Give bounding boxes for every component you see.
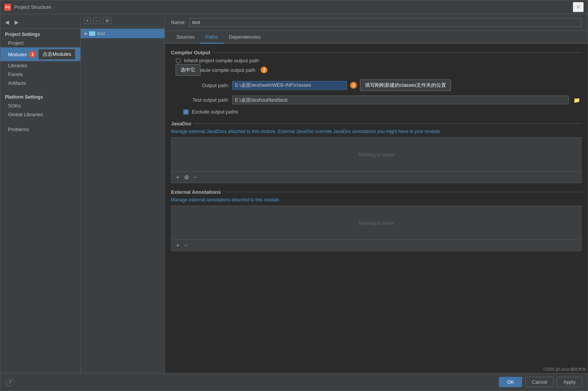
module-list-panel: + − ⊕ ▶ test <box>81 14 165 373</box>
sidebar-nav-bar: ◀ ▶ <box>0 16 80 29</box>
test-output-path-row: Test output path: 📁 <box>171 96 581 104</box>
exclude-checkbox-row[interactable]: ✓ Exclude output paths <box>171 109 581 115</box>
radio-group: Inherit project compile output path Use … <box>171 58 581 73</box>
folder-icon <box>89 31 95 36</box>
copy-module-button[interactable]: ⊕ <box>103 17 111 24</box>
back-button[interactable]: ◀ <box>3 18 11 26</box>
ext-annotations-add-button[interactable]: + <box>174 242 181 249</box>
project-structure-dialog: PS Project Structure ✕ ◀ ▶ Project Setti… <box>0 0 588 391</box>
remove-module-button[interactable]: − <box>93 17 101 24</box>
tab-dependencies[interactable]: Dependencies <box>223 31 266 44</box>
project-settings-label: Project Settings <box>0 29 80 39</box>
step3-tooltip: 填写刚刚新建的classes文件夹的位置 <box>360 79 451 91</box>
step2-badge: 2 <box>261 67 267 73</box>
action-buttons: OK Cancel Apply <box>499 377 582 387</box>
apply-button[interactable]: Apply <box>557 377 582 387</box>
test-output-path-label: Test output path: <box>183 97 229 103</box>
javadoc-add-from-button[interactable]: ⊕ <box>182 173 191 181</box>
module-tree: ▶ test <box>81 27 165 373</box>
step2-tooltip: 选中它 <box>176 64 200 76</box>
name-label: Name: <box>171 19 186 25</box>
radio-circle-inherit <box>176 58 181 63</box>
app-icon: PS <box>4 4 11 11</box>
exclude-checkbox[interactable]: ✓ <box>183 109 189 115</box>
tab-sources[interactable]: Sources <box>171 31 200 44</box>
ext-annotations-info: Manage external annotations attached to … <box>171 197 581 203</box>
javadoc-add-button[interactable]: + <box>174 174 181 181</box>
name-input[interactable] <box>189 18 581 27</box>
javadoc-remove-button[interactable]: − <box>192 174 199 181</box>
sidebar-item-project[interactable]: Project <box>0 39 80 47</box>
module-toolbar: + − ⊕ <box>81 14 165 27</box>
help-button[interactable]: ? <box>6 378 14 386</box>
output-path-row: Output path: 3 填写刚刚新建的classes文件夹的位置 <box>171 79 581 91</box>
ok-button[interactable]: OK <box>499 377 522 387</box>
test-output-browse-button[interactable]: 📁 <box>572 96 581 104</box>
test-output-path-input[interactable] <box>232 96 569 104</box>
output-path-input[interactable] <box>232 81 347 90</box>
detail-panel: Name: Sources Paths Dependencies C <box>165 14 588 373</box>
radio-inherit[interactable]: Inherit project compile output path <box>176 58 581 63</box>
module-tree-item-test[interactable]: ▶ test <box>81 29 165 38</box>
sidebar-item-libraries[interactable]: Libraries <box>0 61 80 70</box>
ext-annotations-section: External Annotations Manage external ann… <box>171 189 581 251</box>
sidebar: ◀ ▶ Project Settings Project Modules 1 点… <box>0 14 81 373</box>
tab-paths[interactable]: Paths <box>200 31 223 44</box>
javadoc-header: JavaDoc <box>171 121 581 127</box>
forward-button[interactable]: ▶ <box>13 18 20 26</box>
dialog-title: Project Structure <box>14 4 573 10</box>
add-module-button[interactable]: + <box>84 17 91 24</box>
sidebar-item-modules[interactable]: Modules 1 点击Modules <box>0 47 80 61</box>
title-bar: PS Project Structure ✕ <box>0 0 588 14</box>
sidebar-item-artifacts[interactable]: Artifacts <box>0 79 80 88</box>
close-button[interactable]: ✕ <box>573 2 584 12</box>
ext-annotations-empty-list: Nothing to show <box>171 206 581 240</box>
tree-expand-icon: ▶ <box>85 31 88 36</box>
sidebar-item-sdks[interactable]: SDKs <box>0 101 80 110</box>
javadoc-toolbar: + ⊕ − <box>171 172 581 183</box>
sidebar-item-facets[interactable]: Facets <box>0 70 80 79</box>
step1-tooltip: 点击Modules <box>38 49 75 60</box>
javadoc-empty-list: Nothing to show <box>171 137 581 172</box>
tabs-row: Sources Paths Dependencies <box>165 31 588 44</box>
watermark: CSDN @Lemon爱吃苹果 <box>543 367 586 372</box>
cancel-button[interactable]: Cancel <box>525 377 554 387</box>
step1-badge: 1 <box>29 51 36 58</box>
platform-settings-label: Platform Settings <box>0 91 80 101</box>
modules-row: Modules 1 点击Modules <box>0 47 80 61</box>
sidebar-item-global-libraries[interactable]: Global Libraries <box>0 110 80 119</box>
javadoc-section: JavaDoc Manage external JavaDocs attache… <box>171 121 581 183</box>
step3-badge: 3 <box>350 82 357 89</box>
compiler-output-header: Compiler Output <box>171 50 581 55</box>
bottom-bar: ? OK Cancel Apply <box>0 373 588 391</box>
sidebar-item-problems[interactable]: Problems <box>0 125 80 134</box>
ext-annotations-header: External Annotations <box>171 189 581 195</box>
ext-annotations-remove-button[interactable]: − <box>182 242 189 249</box>
content-area: ◀ ▶ Project Settings Project Modules 1 点… <box>0 14 588 373</box>
javadoc-info: Manage external JavaDocs attached to thi… <box>171 129 581 134</box>
output-path-label: Output path: <box>183 83 229 88</box>
panel-content: Compiler Output Inherit project compile … <box>165 44 588 373</box>
name-row: Name: <box>165 14 588 31</box>
ext-annotations-toolbar: + − <box>171 240 581 251</box>
